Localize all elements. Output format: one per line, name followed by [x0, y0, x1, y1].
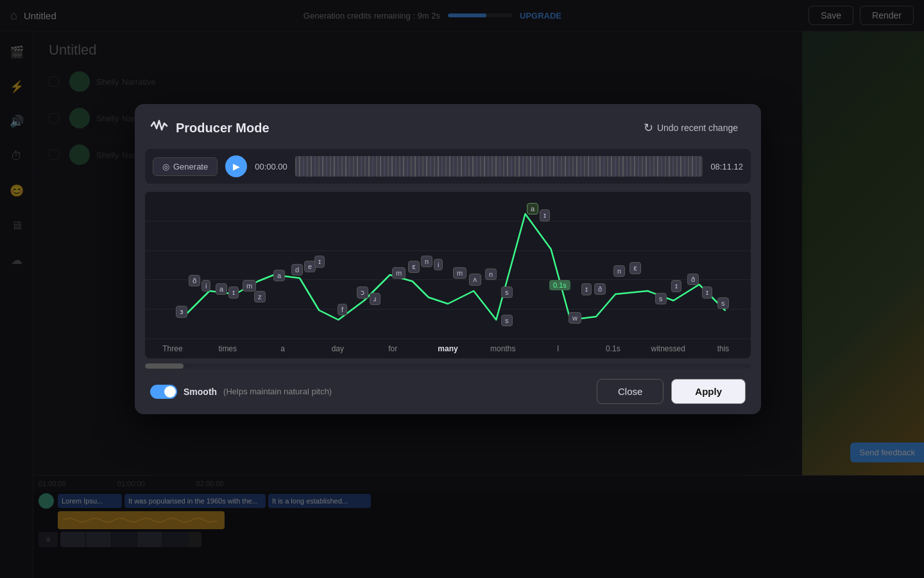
word-months: months — [475, 344, 531, 353]
phoneme-tag[interactable]: n — [421, 256, 432, 267]
undo-button[interactable]: ↻ Undo recent change — [636, 117, 746, 139]
player-bar: ◎ Generate ▶ 00:00.00 08:11.12 — [145, 149, 751, 184]
phoneme-tag[interactable]: n — [613, 265, 625, 277]
phoneme-tag[interactable]: ɔ — [357, 286, 368, 299]
producer-mode-modal: Producer Mode ↻ Undo recent change ◎ Gen… — [135, 104, 761, 414]
smooth-label: Smooth — [184, 387, 217, 397]
word-a: a — [255, 344, 311, 353]
phoneme-tag[interactable]: m — [392, 267, 406, 279]
word-pause: 0.1s — [586, 344, 641, 353]
word-witnessed: witnessed — [640, 344, 696, 353]
phoneme-tag[interactable]: w — [569, 312, 581, 324]
word-three: Three — [145, 344, 200, 353]
word-labels-row: Three times a day for many months I 0.1s… — [145, 339, 751, 358]
pause-badge: 0.1s — [549, 280, 570, 290]
phoneme-tag[interactable]: ɪ — [581, 283, 592, 295]
phoneme-tag[interactable]: s — [655, 293, 667, 304]
apply-button[interactable]: Apply — [671, 379, 746, 404]
phoneme-tag[interactable]: ɜ — [176, 306, 187, 318]
phoneme-tag[interactable]: f — [338, 304, 347, 315]
pitch-chart-area: ɜ ð i a ɪ m z a d e ɪ f ɔ ɹ m ɛ n i m ʌ … — [145, 191, 751, 358]
phoneme-tag[interactable]: s — [717, 297, 729, 309]
phoneme-tag[interactable]: s — [501, 286, 513, 298]
chart-scrollbar[interactable] — [145, 363, 751, 369]
word-many: many — [420, 344, 475, 353]
smooth-toggle-group: Smooth (Helps maintain natural pitch) — [150, 385, 332, 399]
phoneme-tag[interactable]: ɪ — [540, 209, 550, 222]
phoneme-tag[interactable]: ɪ — [702, 286, 712, 299]
phoneme-tag[interactable]: z — [254, 291, 266, 302]
chart-scrollbar-thumb — [145, 363, 184, 369]
phoneme-tag[interactable]: ɛ — [408, 261, 420, 273]
current-time: 00:00.00 — [255, 162, 287, 171]
modal-footer: Smooth (Helps maintain natural pitch) Cl… — [135, 369, 761, 414]
generate-button[interactable]: ◎ Generate — [153, 157, 218, 176]
modal-header: Producer Mode ↻ Undo recent change — [135, 104, 761, 149]
phoneme-tag[interactable]: a — [273, 270, 285, 281]
phoneme-tag[interactable]: a — [216, 283, 227, 295]
modal-title-group: Producer Mode — [150, 117, 270, 139]
smooth-toggle[interactable] — [150, 385, 177, 399]
pitch-curve — [145, 191, 751, 339]
word-this: this — [696, 344, 751, 353]
word-for: for — [365, 344, 420, 353]
toggle-knob — [164, 386, 176, 398]
phoneme-tag[interactable]: ð — [687, 274, 699, 285]
modal-title: Producer Mode — [176, 121, 270, 136]
play-button[interactable]: ▶ — [225, 155, 247, 177]
phoneme-tag[interactable]: d — [291, 264, 303, 276]
phoneme-peak[interactable]: a — [527, 203, 538, 215]
phoneme-tag[interactable]: m — [243, 280, 256, 292]
phoneme-tag[interactable]: ɪ — [314, 256, 325, 268]
undo-icon: ↻ — [644, 121, 653, 135]
smooth-hint: (Helps maintain natural pitch) — [223, 387, 332, 396]
phoneme-tag[interactable]: ɪ — [228, 286, 239, 299]
phoneme-tag[interactable]: ð — [594, 283, 606, 295]
close-button[interactable]: Close — [597, 379, 663, 404]
phoneme-tag[interactable]: s — [501, 315, 513, 326]
phoneme-tag[interactable]: ɪ — [671, 280, 681, 292]
generate-icon: ◎ — [162, 162, 169, 171]
phoneme-tag[interactable]: n — [485, 268, 497, 280]
undo-label: Undo recent change — [657, 123, 738, 133]
phoneme-tag[interactable]: ɛ — [629, 262, 641, 274]
phoneme-tag[interactable]: ð — [189, 275, 200, 286]
footer-actions: Close Apply — [597, 379, 746, 404]
phoneme-tag[interactable]: ɹ — [370, 293, 381, 305]
phoneme-tag[interactable]: ʌ — [469, 274, 481, 286]
end-time: 08:11.12 — [710, 162, 743, 171]
waveform-playback[interactable] — [295, 156, 703, 177]
word-i: I — [531, 344, 586, 353]
generate-label: Generate — [173, 162, 208, 171]
phoneme-tag[interactable]: m — [453, 267, 466, 279]
word-day: day — [310, 344, 365, 353]
waveform-icon — [150, 117, 168, 139]
phoneme-tag[interactable]: i — [201, 280, 210, 292]
waveform-visual — [295, 156, 703, 177]
phoneme-tag[interactable]: i — [434, 259, 443, 270]
word-times: times — [200, 344, 255, 353]
